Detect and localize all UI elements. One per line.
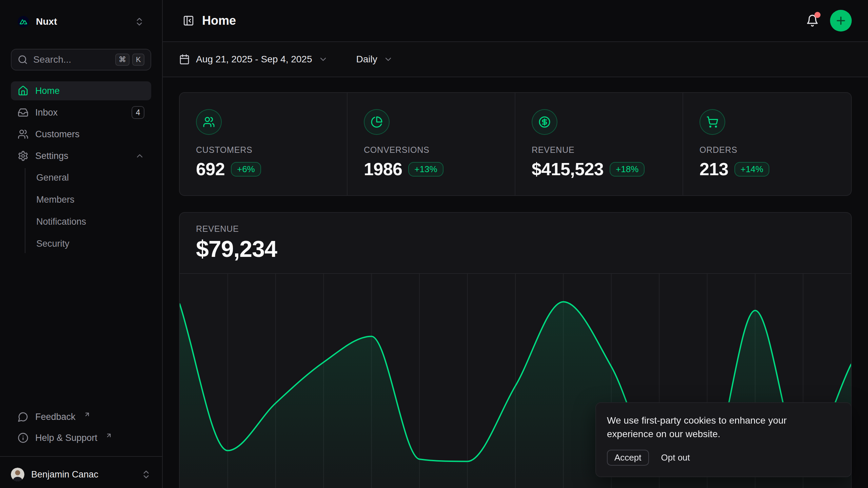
inbox-icon [18,107,28,118]
stat-value: $415,523 [532,159,604,179]
external-link-icon [105,432,112,439]
page-title: Home [202,14,236,28]
workspace-switcher[interactable]: Nuxt [11,11,151,33]
sidebar-item-security[interactable]: Security [25,234,151,253]
help-support-link[interactable]: Help & Support [11,428,151,447]
chevron-up-icon [135,151,144,161]
stat-value: 692 [196,159,225,179]
help-support-label: Help & Support [35,433,97,443]
external-link-icon [84,411,91,418]
stat-label: CUSTOMERS [196,145,331,155]
add-button[interactable] [830,10,852,32]
stat-delta-badge: +14% [734,162,769,177]
house-icon [18,85,28,96]
cart-icon [706,116,718,128]
users-icon [18,129,28,140]
sidebar-item-customers[interactable]: Customers [11,125,151,144]
kbd-k: K [132,54,144,66]
notifications-button[interactable] [803,11,822,30]
user-name: Benjamin Canac [31,469,98,480]
feedback-label: Feedback [35,412,76,422]
sidebar-item-label: Home [35,86,60,96]
feedback-link[interactable]: Feedback [11,407,151,426]
app-root: Nuxt Search... ⌘ K Home Inbox [0,0,868,488]
sidebar-item-notifications[interactable]: Notifications [25,212,151,231]
cookie-optout-button[interactable]: Opt out [661,452,690,463]
page-header: Home [163,0,868,42]
sidebar-item-label: Inbox [35,107,58,118]
cookie-message: We use first-party cookies to enhance yo… [607,414,832,441]
chevrons-up-down-icon [134,17,144,27]
search-placeholder: Search... [33,54,71,65]
user-menu[interactable]: Benjamin Canac [0,456,162,488]
revenue-chart-label: REVENUE [196,224,835,233]
sidebar: Nuxt Search... ⌘ K Home Inbox [0,0,163,488]
stat-delta-badge: +18% [610,162,645,177]
date-range-label: Aug 21, 2025 - Sep 4, 2025 [196,54,312,65]
sidebar-item-label: Settings [35,151,68,161]
stat-delta-badge: +13% [408,162,443,177]
stat-label: CONVERSIONS [364,145,498,155]
sidebar-nav: Home Inbox 4 Customers Settings Ge [11,81,151,253]
stat-label: ORDERS [699,145,835,155]
sidebar-footer: Feedback Help & Support [0,407,162,456]
notification-dot [814,12,821,18]
dollar-circle-icon [538,116,551,128]
stat-label: REVENUE [532,145,666,155]
gear-icon [18,150,28,161]
stat-value: 213 [699,159,728,179]
granularity-select[interactable]: Daily [356,54,393,65]
stat-value: 1986 [364,159,402,179]
avatar [11,468,24,481]
sidebar-item-inbox[interactable]: Inbox 4 [11,103,151,122]
info-circle-icon [18,432,28,443]
sidebar-collapse-button[interactable] [179,11,198,30]
panel-left-close-icon [183,15,194,26]
workspace-name: Nuxt [36,16,57,27]
pie-chart-icon [371,116,383,128]
stat-revenue[interactable]: REVENUE $415,523 +18% [515,93,683,196]
cookie-banner: We use first-party cookies to enhance yo… [595,402,852,477]
stat-delta-badge: +6% [231,162,261,177]
sidebar-item-home[interactable]: Home [11,81,151,100]
sidebar-item-general[interactable]: General [25,168,151,187]
revenue-chart-value: $79,234 [196,236,835,262]
chevron-down-icon [318,55,328,64]
search-icon [18,55,28,65]
sidebar-item-members[interactable]: Members [25,190,151,209]
sidebar-item-settings[interactable]: Settings [11,146,151,165]
filters-toolbar: Aug 21, 2025 - Sep 4, 2025 Daily [163,42,868,77]
chat-bubble-icon [18,411,28,422]
stat-orders[interactable]: ORDERS 213 +14% [683,93,851,196]
calendar-icon [179,54,190,65]
settings-subnav: General Members Notifications Security [25,168,151,253]
stats-card: CUSTOMERS 692 +6% CONVERSIONS 1986 +13% [179,92,852,196]
inbox-count-badge: 4 [132,106,144,119]
stat-conversions[interactable]: CONVERSIONS 1986 +13% [348,93,515,196]
nuxt-logo-icon [18,16,29,27]
plus-icon [835,15,847,27]
users-icon [203,116,215,128]
granularity-label: Daily [356,54,377,65]
cookie-accept-button[interactable]: Accept [607,450,649,466]
sidebar-item-label: Customers [35,129,80,140]
date-range-picker[interactable]: Aug 21, 2025 - Sep 4, 2025 [179,54,328,65]
chevrons-up-down-icon [141,469,151,480]
search-input[interactable]: Search... ⌘ K [11,49,151,70]
chevron-down-icon [383,55,393,64]
stat-customers[interactable]: CUSTOMERS 692 +6% [180,93,348,196]
kbd-cmd: ⌘ [115,54,130,66]
